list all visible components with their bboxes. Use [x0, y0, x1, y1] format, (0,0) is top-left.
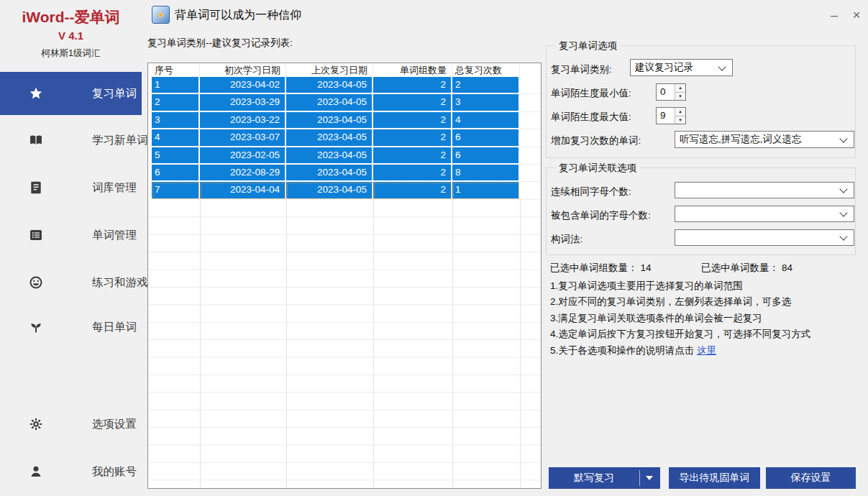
- sidebar-item-wordbank-management[interactable]: 词库管理: [0, 166, 142, 209]
- sidebar: iWord--爱单词 V 4.1 柯林斯1级词汇 复习单词 学习新单词 词库管理: [0, 0, 142, 496]
- cell-filler: [520, 112, 541, 129]
- sidebar-item-label: 练习和游戏: [92, 275, 148, 290]
- instruction-line: 2.对应不同的复习单词类别，左侧列表选择单词，可多选: [550, 294, 810, 310]
- smiley-icon: [29, 275, 43, 290]
- dictation-review-button[interactable]: 默写复习: [549, 467, 660, 489]
- selected-groups-stat: 已选中单词组数量：14: [550, 262, 652, 275]
- cell-last-date: 2023-04-05: [286, 129, 373, 147]
- star-icon: [29, 86, 43, 101]
- same-letters-select[interactable]: [675, 182, 854, 198]
- sidebar-item-daily-words[interactable]: 每日单词: [0, 306, 142, 349]
- header-word-group-count[interactable]: 单词组数量: [373, 64, 452, 77]
- table-row-focused[interactable]: 7 2023-04-04 2023-04-05 2 1: [148, 182, 541, 199]
- cell-group-count: 2: [373, 165, 452, 182]
- table-row[interactable]: 2 2023-03-29 2023-04-05 2 3: [148, 94, 541, 111]
- category-select[interactable]: 建议复习记录: [630, 59, 733, 76]
- chevron-down-icon: [839, 134, 847, 142]
- group-title: 复习单词关联选项: [555, 162, 640, 175]
- related-options-group: 复习单词关联选项 连续相同字母个数: 被包含单词的字母个数: 构词法:: [546, 167, 856, 255]
- button-separator: [639, 470, 640, 486]
- table-row[interactable]: 3 2023-03-22 2023-04-05 2 4: [148, 112, 541, 129]
- cell-first-date: 2023-03-07: [200, 129, 286, 147]
- spin-up-icon[interactable]: ▲: [675, 108, 685, 116]
- person-icon: [29, 464, 43, 479]
- sidebar-item-word-management[interactable]: 单词管理: [0, 213, 142, 257]
- table-row[interactable]: 1 2023-04-02 2023-04-05 2 2: [148, 77, 541, 94]
- sidebar-item-label: 单词管理: [92, 228, 137, 243]
- minimize-button[interactable]: –: [824, 6, 844, 24]
- extra-review-label: 增加复习次数的单词:: [551, 134, 641, 147]
- instructions: 1.复习单词选项主要用于选择复习的单词范围 2.对应不同的复习单词类别，左侧列表…: [550, 278, 810, 359]
- sidebar-item-options-settings[interactable]: 选项设置: [0, 403, 142, 446]
- cell-group-count: 2: [373, 77, 452, 94]
- review-options-group: 复习单词选项 复习单词类别: 建议复习记录 单词陌生度最小值: 0 ▲▼ 单词陌…: [546, 45, 856, 158]
- max-unfamiliarity-stepper[interactable]: 9 ▲▼: [656, 107, 686, 124]
- header-first-study-date[interactable]: 初次学习日期: [200, 64, 286, 77]
- export-words-button[interactable]: 导出待巩固单词: [669, 467, 760, 489]
- table-header-row: 序号 初次学习日期 上次复习日期 单词组数量 总复习次数: [148, 63, 541, 77]
- sidebar-item-practice-games[interactable]: 练习和游戏: [0, 261, 142, 304]
- dropdown-caret-icon[interactable]: [646, 476, 653, 480]
- cell-first-date: 2023-04-04: [200, 182, 286, 199]
- close-button[interactable]: ×: [846, 6, 867, 24]
- brand-subtitle: 柯林斯1级词汇: [0, 47, 142, 60]
- cell-filler: [520, 182, 541, 199]
- sidebar-item-my-account[interactable]: 我的账号: [0, 450, 142, 493]
- header-total-review-count[interactable]: 总复习次数: [452, 64, 520, 77]
- cell-seq: 2: [152, 94, 200, 111]
- contained-letters-select[interactable]: [675, 206, 854, 222]
- chevron-down-icon: [839, 185, 847, 193]
- table-row[interactable]: 6 2022-08-29 2023-04-05 2 8: [148, 165, 541, 182]
- chevron-down-icon: [718, 63, 726, 70]
- sidebar-item-label: 每日单词: [92, 320, 137, 335]
- cell-review-count: 6: [452, 147, 520, 165]
- sidebar-item-label: 词库管理: [92, 180, 137, 196]
- help-link[interactable]: 这里: [697, 345, 716, 356]
- group-title: 复习单词选项: [555, 40, 621, 52]
- sidebar-item-learn-new-words[interactable]: 学习新单词: [0, 119, 142, 162]
- cell-review-count: 1: [452, 182, 520, 199]
- instruction-line: 3.满足复习单词关联选项条件的单词会被一起复习: [550, 311, 810, 326]
- window-title: 背单词可以成为一种信仰: [175, 8, 301, 23]
- cell-review-count: 8: [452, 165, 520, 182]
- spin-down-icon[interactable]: ▼: [675, 116, 685, 124]
- table-row[interactable]: 4 2023-03-07 2023-04-05 2 6: [148, 129, 541, 147]
- cell-filler: [520, 94, 541, 111]
- cell-last-date: 2023-04-05: [286, 182, 373, 199]
- sidebar-item-review-words[interactable]: 复习单词: [0, 72, 142, 115]
- header-last-review-date[interactable]: 上次复习日期: [286, 64, 373, 77]
- header-seq[interactable]: 序号: [152, 64, 200, 77]
- cell-first-date: 2023-02-05: [200, 147, 286, 165]
- app-window: iWord--爱单词 V 4.1 柯林斯1级词汇 复习单词 学习新单词 词库管理: [0, 0, 868, 496]
- category-label: 复习单词类别:: [551, 63, 612, 76]
- instruction-line: 1.复习单词选项主要用于选择复习的单词范围: [550, 278, 810, 294]
- cell-review-count: 3: [452, 94, 520, 111]
- spin-down-icon[interactable]: ▼: [675, 93, 685, 101]
- cell-first-date: 2023-03-29: [200, 94, 286, 111]
- contained-letters-label: 被包含单词的字母个数:: [551, 209, 651, 222]
- cell-seq: 3: [152, 112, 200, 129]
- min-unfamiliarity-stepper[interactable]: 0 ▲▼: [656, 83, 686, 101]
- extra-review-select[interactable]: 听写遗忘,拼写遗忘,词义遗忘: [675, 131, 854, 148]
- brand-version: V 4.1: [0, 29, 142, 42]
- table-row[interactable]: 5 2023-02-05 2023-04-05 2 6: [148, 147, 541, 165]
- save-settings-button[interactable]: 保存设置: [766, 467, 856, 489]
- open-book-icon: [29, 133, 43, 147]
- cell-filler: [520, 147, 541, 165]
- cell-last-date: 2023-04-05: [286, 165, 373, 182]
- review-records-table: 序号 初次学习日期 上次复习日期 单词组数量 总复习次数 1 2023-04-0…: [147, 63, 542, 489]
- brand-title: iWord--爱单词: [0, 7, 142, 27]
- cell-last-date: 2023-04-05: [286, 147, 373, 165]
- journal-icon: [29, 180, 43, 195]
- cell-last-date: 2023-04-05: [286, 94, 373, 111]
- cell-group-count: 2: [373, 94, 452, 111]
- cell-group-count: 2: [373, 112, 452, 129]
- cell-group-count: 2: [373, 182, 452, 199]
- cell-seq: 4: [152, 129, 200, 147]
- spin-up-icon[interactable]: ▲: [675, 84, 685, 93]
- sidebar-item-label: 学习新单词: [92, 133, 148, 148]
- selected-words-stat: 已选中单词数量：84: [701, 262, 792, 275]
- chevron-down-icon: [839, 232, 847, 240]
- cell-last-date: 2023-04-05: [286, 112, 373, 129]
- morphology-select[interactable]: [675, 229, 854, 246]
